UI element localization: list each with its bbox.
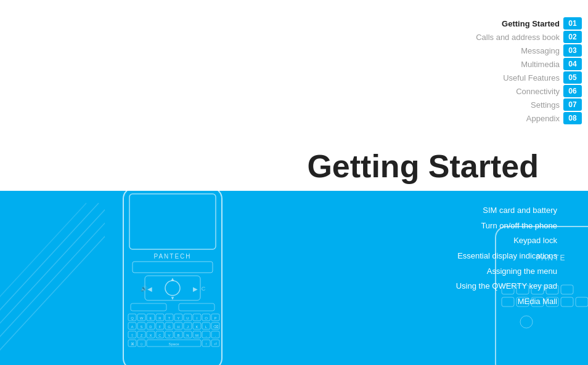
bottom-section: PANTECH ◀ ▶ ▲ ▼ 🔊 C (0, 191, 588, 365)
svg-text:H: H (177, 325, 179, 329)
svg-text:Y: Y (177, 316, 179, 320)
svg-text:C: C (158, 334, 161, 337)
svg-text:X: X (149, 334, 152, 337)
nav-badge: 01 (563, 17, 582, 30)
nav-badge: 04 (563, 58, 582, 70)
nav-label: Messaging (521, 46, 560, 55)
svg-text:G: G (168, 325, 171, 329)
phone-illustration-left: PANTECH ◀ ▶ ▲ ▼ 🔊 C (92, 191, 253, 365)
svg-point-10 (165, 281, 180, 295)
svg-text:▼: ▼ (170, 295, 175, 301)
nav-item-04: Multimedia 04 (476, 58, 588, 70)
svg-text:C: C (202, 286, 206, 292)
nav-label: Connectivity (516, 87, 560, 96)
svg-rect-18 (179, 303, 214, 311)
menu-item-7: MEdia Mall (456, 294, 557, 310)
svg-text:E: E (149, 316, 152, 320)
nav-item-02: Calls and address book 02 (476, 31, 588, 43)
top-section: Getting Started 01 Calls and address boo… (0, 0, 588, 191)
nav-badge: 05 (563, 71, 582, 84)
nav-label: Calls and address book (476, 33, 560, 42)
svg-rect-100 (561, 297, 573, 307)
svg-text:▶: ▶ (193, 286, 198, 292)
svg-text:⏎: ⏎ (214, 342, 217, 346)
menu-item-6: Using the QWERTY key pad (456, 279, 557, 294)
svg-text:◀: ◀ (147, 286, 152, 292)
nav-badge: 02 (563, 31, 582, 43)
svg-text:!: ! (206, 342, 207, 346)
svg-text:⌘: ⌘ (131, 342, 134, 346)
svg-text:⇧: ⇧ (131, 334, 134, 337)
decorative-lines (0, 191, 105, 365)
svg-rect-95 (561, 285, 573, 294)
svg-text:,: , (206, 334, 207, 337)
nav-badge: 08 (563, 112, 582, 124)
svg-text:.: . (215, 334, 216, 337)
svg-text:W: W (140, 316, 144, 320)
nav-item-03: Messaging 03 (476, 44, 588, 57)
nav-label: Useful Features (503, 73, 560, 82)
nav-item-07: Settings 07 (476, 98, 588, 111)
svg-text:F: F (159, 325, 161, 329)
svg-text:☺: ☺ (139, 342, 143, 346)
nav-badge: 06 (563, 85, 582, 97)
svg-rect-6 (129, 194, 216, 249)
chapter-menu: SIM card and batteryTurn on/off the phon… (456, 203, 557, 310)
svg-text:P: P (214, 316, 216, 320)
nav-label: Appendix (526, 114, 560, 123)
svg-text:K: K (195, 325, 198, 329)
svg-text:M: M (195, 334, 198, 337)
nav-badge: 07 (563, 98, 582, 111)
svg-line-2 (0, 203, 105, 363)
svg-text:I: I (197, 316, 198, 320)
svg-text:V: V (168, 334, 170, 337)
nav-label: Getting Started (502, 19, 560, 28)
svg-text:Z: Z (141, 334, 143, 337)
svg-text:Space: Space (168, 342, 179, 346)
menu-item-4: Essential display indications (456, 249, 557, 264)
chapter-nav: Getting Started 01 Calls and address boo… (476, 17, 588, 126)
menu-item-1: SIM card and battery (456, 203, 557, 219)
nav-label: Settings (531, 100, 560, 110)
svg-text:U: U (186, 316, 189, 320)
svg-text:▲: ▲ (170, 276, 175, 282)
nav-item-06: Connectivity 06 (476, 85, 588, 97)
svg-text:⌫: ⌫ (213, 325, 219, 329)
svg-text:Q: Q (131, 316, 134, 320)
svg-rect-8 (133, 262, 213, 273)
svg-text:S: S (140, 325, 142, 329)
svg-point-102 (520, 316, 533, 328)
svg-rect-17 (131, 303, 166, 311)
svg-text:PANTECH: PANTECH (153, 253, 191, 260)
svg-text:J: J (187, 325, 189, 329)
nav-item-01: Getting Started 01 (476, 17, 588, 30)
menu-item-5: Assigning the menu (456, 264, 557, 279)
svg-rect-101 (576, 297, 588, 307)
svg-text:🔊: 🔊 (141, 285, 148, 292)
nav-item-08: Appendix 08 (476, 112, 588, 124)
svg-text:B: B (177, 334, 179, 337)
svg-text:L: L (205, 325, 208, 329)
svg-text:O: O (205, 316, 208, 320)
nav-label: Multimedia (521, 60, 560, 69)
svg-text:N: N (186, 334, 189, 337)
nav-item-05: Useful Features 05 (476, 71, 588, 84)
svg-text:D: D (149, 325, 152, 329)
menu-item-2: Turn on/off the phone (456, 219, 557, 234)
svg-text:T: T (168, 316, 171, 320)
menu-item-3: Keypad lock (456, 233, 557, 249)
svg-text:R: R (158, 316, 161, 320)
page-title: Getting Started (0, 148, 551, 185)
svg-line-4 (0, 203, 86, 363)
nav-badge: 03 (563, 44, 582, 57)
svg-text:A: A (131, 325, 133, 329)
